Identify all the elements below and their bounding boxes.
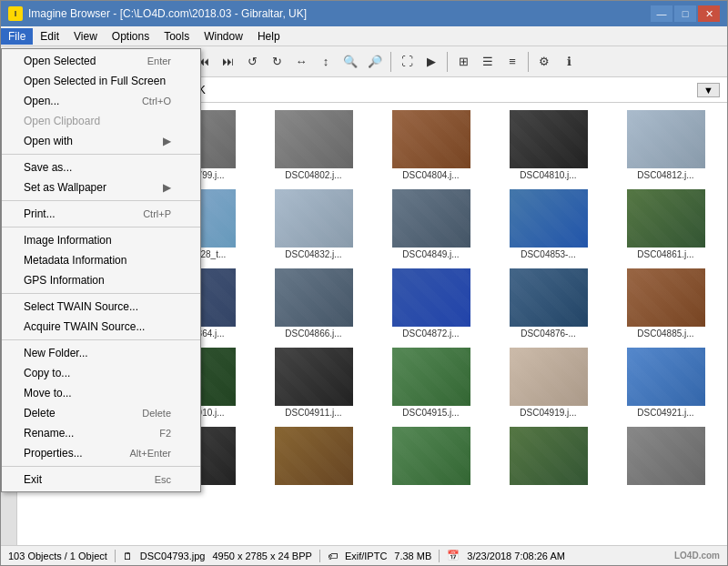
- thumbnail-item[interactable]: DSC04921.j...: [608, 344, 723, 421]
- menu-save-as[interactable]: Save as...: [2, 157, 200, 177]
- thumbnail-label: DSC04832.j...: [275, 249, 353, 259]
- menu-metadata-info[interactable]: Metadata Information: [2, 250, 200, 270]
- menu-properties[interactable]: Properties... Alt+Enter: [2, 443, 200, 463]
- thumbnail-item[interactable]: DSC04911.j...: [256, 344, 371, 421]
- tb-zoom-in[interactable]: 🔎: [363, 50, 387, 74]
- menu-print[interactable]: Print... Ctrl+P: [2, 204, 200, 224]
- menu-edit[interactable]: Edit: [33, 28, 66, 44]
- menu-wallpaper[interactable]: Set as Wallpaper ▶: [2, 177, 200, 197]
- thumbnail-label: DSC04861.j...: [627, 249, 705, 259]
- menu-acquire-twain[interactable]: Acquire TWAIN Source...: [2, 317, 200, 337]
- tb-fullscreen[interactable]: ⛶: [395, 50, 419, 74]
- thumbnail-item[interactable]: DSC04861.j...: [608, 186, 723, 263]
- tb-flip-v[interactable]: ↕: [314, 50, 338, 74]
- properties-shortcut: Alt+Enter: [129, 448, 171, 459]
- menu-open[interactable]: Open... Ctrl+O: [2, 91, 200, 111]
- title-bar-left: I Imagine Browser - [C:\LO4D.com\2018.03…: [8, 6, 307, 21]
- thumbnail-item[interactable]: DSC04853-...: [490, 186, 606, 263]
- maximize-button[interactable]: □: [674, 5, 696, 22]
- window-title: Imagine Browser - [C:\LO4D.com\2018.03 -…: [28, 7, 307, 20]
- thumbnail-item[interactable]: DSC04915.j...: [373, 344, 489, 421]
- tb-slideshow[interactable]: ▶: [420, 50, 443, 74]
- rename-shortcut: F2: [159, 428, 171, 439]
- menu-open-clipboard: Open Clipboard: [2, 111, 200, 131]
- menu-tools[interactable]: Tools: [157, 28, 197, 44]
- thumbnail-label: DSC04885.j...: [627, 328, 705, 339]
- rename-label: Rename...: [24, 427, 74, 440]
- tb-settings[interactable]: ⚙: [532, 50, 556, 74]
- close-button[interactable]: ✕: [698, 5, 720, 22]
- menu-exit[interactable]: Exit Esc: [2, 470, 200, 490]
- properties-label: Properties...: [24, 447, 83, 460]
- minimize-button[interactable]: —: [651, 5, 672, 22]
- tb-sep-4: [447, 52, 448, 72]
- menu-bar: File Open Selected Enter Open Selected i…: [1, 26, 727, 46]
- thumbnail-item[interactable]: DSC04885.j...: [608, 265, 723, 342]
- menu-open-selected[interactable]: Open Selected Enter: [2, 51, 200, 71]
- tb-sep-3: [390, 52, 391, 72]
- thumbnail-label: DSC04872.j...: [392, 328, 470, 339]
- menu-new-folder[interactable]: New Folder...: [2, 343, 200, 363]
- open-selected-label: Open Selected: [24, 55, 96, 67]
- menu-delete[interactable]: Delete Delete: [2, 403, 200, 423]
- thumbnail-item[interactable]: DSC04810.j...: [490, 106, 606, 184]
- thumbnail-item[interactable]: [373, 423, 489, 490]
- wallpaper-label: Set as Wallpaper: [24, 181, 106, 194]
- print-shortcut: Ctrl+P: [143, 208, 171, 219]
- sep-1: [2, 154, 200, 155]
- menu-file[interactable]: File: [1, 28, 33, 45]
- thumbnail-item[interactable]: [256, 423, 371, 490]
- window-controls: — □ ✕: [651, 5, 720, 22]
- sep-2: [2, 200, 200, 201]
- menu-open-with[interactable]: Open with ▶: [2, 131, 200, 151]
- thumbnail-item[interactable]: [490, 423, 606, 490]
- menu-rename[interactable]: Rename... F2: [2, 423, 200, 443]
- menu-image-info[interactable]: Image Information: [2, 230, 200, 250]
- open-fullscreen-label: Open Selected in Full Screen: [24, 75, 166, 87]
- tb-rotate-ccw[interactable]: ↺: [240, 50, 264, 74]
- menu-copy-to[interactable]: Copy to...: [2, 363, 200, 383]
- thumbnail-item[interactable]: DSC04804.j...: [373, 106, 489, 184]
- menu-options[interactable]: Options: [105, 28, 157, 44]
- thumbnail-label: DSC04810.j...: [510, 170, 588, 180]
- thumbnail-label: DSC04866.j...: [275, 328, 353, 339]
- thumbnail-item[interactable]: DSC04876-...: [490, 265, 606, 342]
- thumbnail-label: DSC04921.j...: [627, 408, 705, 418]
- exit-label: Exit: [24, 473, 42, 486]
- menu-gps-info[interactable]: GPS Information: [2, 270, 200, 290]
- menu-view[interactable]: View: [66, 28, 105, 44]
- tb-next[interactable]: ⏭: [216, 50, 239, 74]
- thumbnail-label: DSC04812.j...: [627, 170, 705, 180]
- menu-open-fullscreen[interactable]: Open Selected in Full Screen: [2, 71, 200, 91]
- menu-move-to[interactable]: Move to...: [2, 383, 200, 403]
- thumbnail-item[interactable]: [608, 423, 723, 490]
- tb-flip-h[interactable]: ↔: [289, 50, 313, 74]
- thumbnail-item[interactable]: DSC04802.j...: [256, 106, 371, 184]
- tb-details[interactable]: ≡: [500, 50, 524, 74]
- thumbnail-item[interactable]: DSC04812.j...: [608, 106, 723, 184]
- address-go[interactable]: ▼: [697, 83, 720, 97]
- tb-rotate-cw[interactable]: ↻: [265, 50, 288, 74]
- status-sep-3: [439, 550, 440, 562]
- thumbnail-item[interactable]: DSC04849.j...: [373, 186, 489, 263]
- thumbnail-label: DSC04876-...: [510, 328, 588, 339]
- thumbnail-item[interactable]: DSC04872.j...: [373, 265, 489, 342]
- thumbnail-item[interactable]: DSC04866.j...: [256, 265, 371, 342]
- tb-grid[interactable]: ⊞: [451, 50, 475, 74]
- thumbnail-item[interactable]: DSC04832.j...: [256, 186, 371, 263]
- menu-window[interactable]: Window: [197, 28, 250, 44]
- select-twain-label: Select TWAIN Source...: [24, 300, 138, 313]
- thumbnail-item[interactable]: DSC04919.j...: [490, 344, 606, 421]
- open-with-label: Open with: [24, 135, 73, 147]
- menu-help[interactable]: Help: [250, 28, 288, 44]
- menu-select-twain[interactable]: Select TWAIN Source...: [2, 297, 200, 317]
- image-info-label: Image Information: [24, 234, 112, 247]
- tb-info[interactable]: ℹ: [557, 50, 581, 74]
- tb-list[interactable]: ☰: [476, 50, 500, 74]
- tb-zoom-out[interactable]: 🔍: [339, 50, 362, 74]
- status-dimensions: 4950 x 2785 x 24 BPP: [212, 551, 311, 561]
- open-shortcut: Ctrl+O: [142, 96, 171, 106]
- sep-3: [2, 227, 200, 227]
- status-icon-date: 📅: [447, 550, 460, 561]
- save-as-label: Save as...: [24, 161, 72, 174]
